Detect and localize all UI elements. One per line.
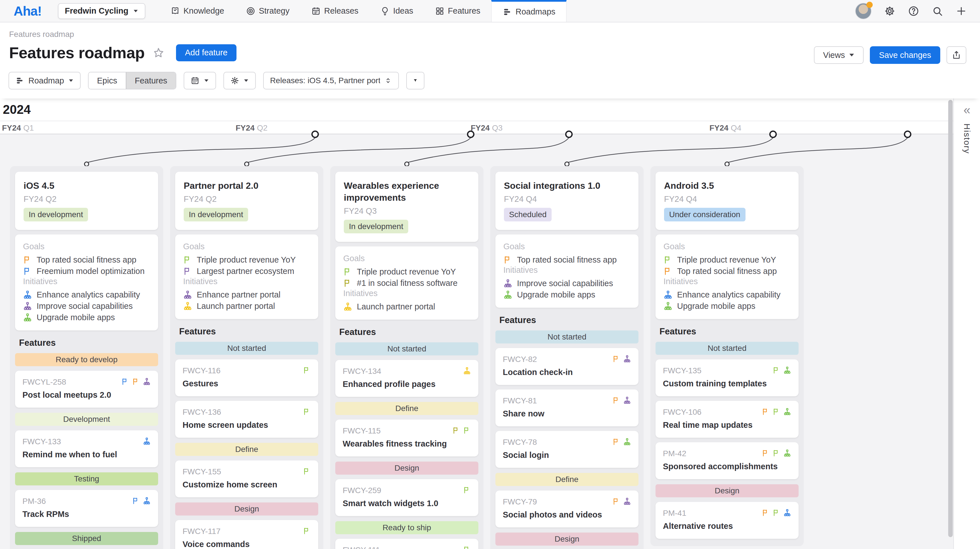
view-settings-button[interactable] <box>223 72 256 89</box>
vertical-scrollbar[interactable] <box>948 100 953 537</box>
initiative-item[interactable]: Improve social capabilities <box>23 300 150 312</box>
feature-id: FWCY-106 <box>663 407 702 417</box>
initiative-item[interactable]: Enhance analytics capability <box>23 289 150 300</box>
nav-item-ideas[interactable]: Ideas <box>369 0 424 22</box>
status-lane: Not started <box>495 330 638 344</box>
feature-card[interactable]: FWCY-78 Social login <box>495 431 638 468</box>
settings-button[interactable] <box>884 5 896 17</box>
feature-card[interactable]: FWCY-259 Smart watch widgets 1.0 <box>335 479 478 516</box>
history-panel: « History <box>953 99 980 549</box>
nav-item-knowledge[interactable]: Knowledge <box>159 0 235 22</box>
epics-features-toggle: Epics Features <box>88 72 176 89</box>
release-quarter: FY24 Q4 <box>504 194 630 204</box>
views-button[interactable]: Views <box>814 46 864 64</box>
top-nav: Aha! Fredwin Cycling Knowledge Strategy … <box>0 0 980 22</box>
initiative-tree-icon <box>503 279 512 288</box>
tab-features[interactable]: Features <box>126 72 176 89</box>
goal-item[interactable]: Top rated social fitness app <box>663 266 791 277</box>
add-feature-button[interactable]: Add feature <box>176 44 237 61</box>
breadcrumb[interactable]: Features roadmap <box>9 30 74 39</box>
share-button[interactable] <box>947 46 966 64</box>
features-heading: Features <box>179 326 318 337</box>
feature-card[interactable]: FWCY-134 Enhanced profile pages <box>335 360 478 397</box>
filter-button[interactable] <box>406 72 425 89</box>
timeframe-button[interactable] <box>184 72 216 89</box>
nav-item-releases[interactable]: Releases <box>301 0 369 22</box>
goal-item[interactable]: Triple product revenue YoY <box>663 254 791 266</box>
feature-icons <box>143 437 151 445</box>
nav-item-roadmaps[interactable]: Roadmaps <box>491 0 566 22</box>
feature-icons <box>303 366 311 374</box>
favorite-button[interactable] <box>152 47 165 60</box>
initiative-item[interactable]: Improve social capabilities <box>503 278 630 289</box>
goal-item[interactable]: Top rated social fitness app <box>503 254 630 266</box>
save-changes-button[interactable]: Save changes <box>870 46 940 64</box>
roadmap-canvas: 2024 FY24Q1FY24Q2FY24Q3FY24Q4 iOS 4.5 FY… <box>0 99 980 549</box>
feature-card[interactable]: FWCYL-258 Post local meetups 2.0 <box>15 371 158 407</box>
goal-item[interactable]: Triple product revenue YoY <box>343 266 471 277</box>
goal-item-label: #1 in social fitness software <box>357 277 458 289</box>
search-button[interactable] <box>932 5 943 17</box>
initiatives-label: Initiatives <box>343 289 471 298</box>
release-card[interactable]: Android 3.5 FY24 Q4 Under consideration <box>655 172 799 230</box>
initiative-tree-icon <box>623 355 631 363</box>
feature-icons <box>452 426 471 434</box>
feature-card[interactable]: FWCY-111 Smart watch home screen <box>335 539 478 549</box>
user-avatar[interactable] <box>855 3 872 19</box>
release-column: iOS 4.5 FY24 Q2 In development Goals Top… <box>10 166 163 549</box>
feature-card[interactable]: FWCY-133 Remind me when to fuel <box>15 430 158 467</box>
feature-card[interactable]: FWCY-106 Real time map updates <box>655 401 799 438</box>
nav-item-strategy[interactable]: Strategy <box>235 0 301 22</box>
feature-card[interactable]: PM-36 Track RPMs <box>15 490 158 527</box>
feature-card[interactable]: FWCY-117 Voice commands <box>175 520 318 549</box>
release-card[interactable]: Partner portal 2.0 FY24 Q2 In developmen… <box>175 172 318 230</box>
features-heading: Features <box>660 326 799 337</box>
initiative-item[interactable]: Upgrade mobile apps <box>503 289 630 300</box>
initiative-item[interactable]: Upgrade mobile apps <box>663 300 791 312</box>
release-quarter: FY24 Q2 <box>184 194 310 204</box>
initiative-item[interactable]: Upgrade mobile apps <box>23 312 150 323</box>
goal-flag-icon <box>663 255 673 264</box>
initiative-tree-icon <box>783 407 791 415</box>
feature-card[interactable]: FWCY-136 Home screen updates <box>175 401 318 438</box>
goal-item[interactable]: Triple product revenue YoY <box>183 254 310 266</box>
initiatives-label: Initiatives <box>503 266 630 275</box>
release-card[interactable]: Social integrations 1.0 FY24 Q4 Schedule… <box>495 172 638 230</box>
goal-item[interactable]: Largest partner ecosystem <box>183 266 310 277</box>
chevrons-left-icon[interactable]: « <box>964 103 970 116</box>
initiative-item[interactable]: Enhance analytics capability <box>663 289 791 300</box>
goal-item[interactable]: Top rated social fitness app <box>23 254 150 266</box>
releases-filter-select[interactable]: Releases: iOS 4.5, Partner portal ... <box>263 72 399 89</box>
feature-card[interactable]: FWCY-79 Social photos and videos <box>495 490 638 527</box>
feature-card[interactable]: FWCY-115 Wearables fitness tracking <box>335 420 478 457</box>
initiative-item[interactable]: Launch partner portal <box>343 301 471 312</box>
filter-funnel-icon <box>413 76 418 85</box>
release-card[interactable]: Wearables experience improvements FY24 Q… <box>335 172 478 242</box>
roadmap-type-button[interactable]: Roadmap <box>8 72 81 89</box>
tab-epics[interactable]: Epics <box>89 72 126 89</box>
status-lane: Design <box>495 533 638 546</box>
chevron-down-icon <box>69 80 73 82</box>
feature-title: Custom training templates <box>663 378 791 389</box>
goal-item[interactable]: #1 in social fitness software <box>343 277 471 289</box>
feature-card[interactable]: PM-41 Alternative routes <box>655 502 799 539</box>
aha-logo[interactable]: Aha! <box>14 3 41 19</box>
feature-card[interactable]: FWCY-81 Share now <box>495 390 638 426</box>
help-button[interactable] <box>908 5 919 17</box>
page-title: Features roadmap <box>9 43 145 62</box>
feature-card[interactable]: FWCY-155 Customize home screen <box>175 460 318 497</box>
release-card[interactable]: iOS 4.5 FY24 Q2 In development <box>15 172 158 230</box>
create-button[interactable] <box>956 5 967 17</box>
initiative-item[interactable]: Enhance partner portal <box>183 289 310 300</box>
feature-card[interactable]: FWCY-135 Custom training templates <box>655 360 799 396</box>
feature-card[interactable]: FWCY-116 Gestures <box>175 360 318 396</box>
workspace-selector[interactable]: Fredwin Cycling <box>58 3 145 19</box>
feature-card[interactable]: FWCY-82 Location check-in <box>495 348 638 385</box>
nav-item-features[interactable]: Features <box>424 0 491 22</box>
feature-card[interactable]: PM-42 Sponsored accomplishments <box>655 442 799 479</box>
initiative-item[interactable]: Launch partner portal <box>183 300 310 312</box>
feature-id: FWCY-116 <box>183 366 221 375</box>
history-tab[interactable]: History <box>962 124 972 154</box>
goal-item[interactable]: Freemium model optimization <box>23 266 150 277</box>
feature-title: Sponsored accomplishments <box>663 461 791 472</box>
